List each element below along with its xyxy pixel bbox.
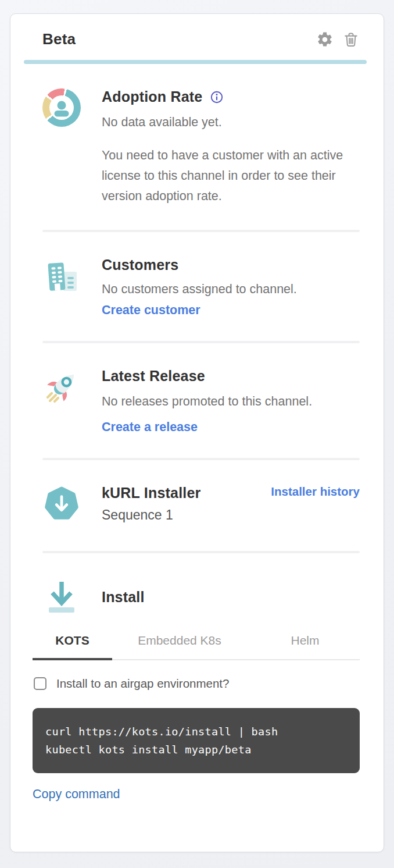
adoption-rate-title: Adoption Rate xyxy=(102,88,202,105)
customers-empty-text: No customers assigned to channel. xyxy=(102,279,297,300)
kurl-installer-title: kURL Installer xyxy=(102,485,200,501)
create-release-link[interactable]: Create a release xyxy=(102,420,198,435)
adoption-empty-text: No data available yet. xyxy=(102,112,360,133)
copy-command-link[interactable]: Copy command xyxy=(33,787,120,802)
tab-helm[interactable]: Helm xyxy=(247,625,363,660)
trash-icon[interactable] xyxy=(342,31,360,48)
installer-history-link[interactable]: Installer history xyxy=(271,485,360,499)
airgap-row: Install to an airgap environment? xyxy=(33,677,360,691)
release-empty-text: No releases promoted to this channel. xyxy=(102,392,312,412)
customers-section: Customers No customers assigned to chann… xyxy=(33,232,360,341)
adoption-hint-text: You need to have a customer with an acti… xyxy=(102,145,360,207)
customers-building-icon xyxy=(42,257,81,295)
create-customer-link[interactable]: Create customer xyxy=(102,303,200,318)
install-section: Install xyxy=(33,553,360,624)
latest-release-section: Latest Release No releases promoted to t… xyxy=(33,343,360,458)
adoption-rate-donut-icon xyxy=(42,88,81,127)
kurl-installer-icon xyxy=(42,485,81,523)
airgap-label: Install to an airgap environment? xyxy=(56,677,229,691)
tab-kots[interactable]: KOTS xyxy=(33,625,112,660)
airgap-checkbox[interactable] xyxy=(34,677,46,690)
installer-sequence: Sequence 1 xyxy=(102,507,360,523)
channel-accent-bar xyxy=(24,60,367,64)
command-line-1: curl https://kots.io/install | bash xyxy=(45,725,278,738)
install-title: Install xyxy=(102,589,145,606)
command-line-2: kubectl kots install myapp/beta xyxy=(45,744,252,756)
customers-title: Customers xyxy=(102,257,297,273)
rocket-icon xyxy=(42,368,81,406)
install-command-block: curl https://kots.io/install | bash kube… xyxy=(33,708,360,773)
download-icon xyxy=(42,578,81,616)
gear-icon[interactable] xyxy=(316,31,334,48)
adoption-rate-section: Adoption Rate No data available yet. You… xyxy=(33,64,360,230)
channel-title: Beta xyxy=(42,30,76,48)
card-header: Beta xyxy=(33,30,360,48)
info-icon[interactable] xyxy=(210,90,224,104)
kurl-installer-section: kURL Installer Installer history Sequenc… xyxy=(33,460,360,551)
channel-card: Beta xyxy=(10,13,384,852)
install-tabs: KOTS Embedded K8s Helm xyxy=(33,625,360,660)
tab-embedded-k8s[interactable]: Embedded K8s xyxy=(112,625,247,660)
latest-release-title: Latest Release xyxy=(102,368,312,385)
